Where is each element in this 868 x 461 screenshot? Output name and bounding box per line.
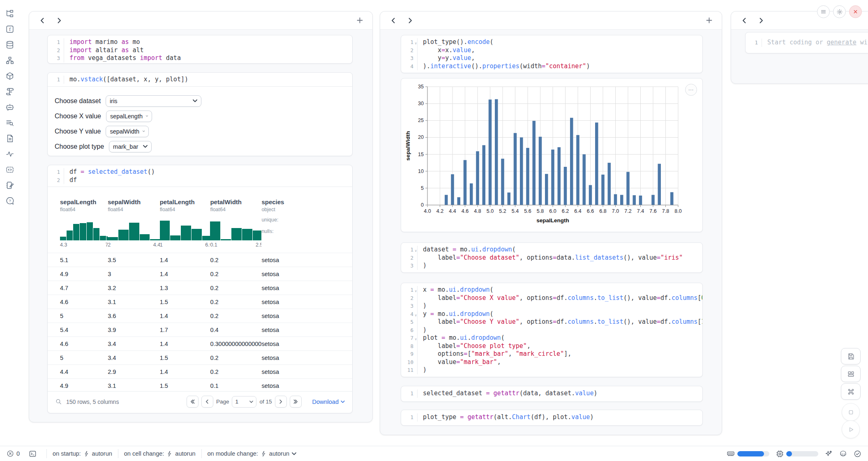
chart-menu-icon[interactable]: ⋯	[685, 84, 697, 96]
cell-new-empty[interactable]: 1Start coding or generate with AI.	[745, 32, 868, 53]
layout-button[interactable]	[841, 366, 861, 382]
scroll-icon[interactable]	[5, 87, 15, 97]
copilot-button[interactable]	[839, 450, 847, 458]
code-line[interactable]: 3)	[401, 302, 702, 310]
cell-plot-encode[interactable]: 1∨plot_type().encode(2 x=x.value,3 y=y.v…	[401, 35, 703, 73]
on-cell-change-toggle[interactable]: on cell change: autorun	[124, 450, 196, 457]
list-search-icon[interactable]	[5, 118, 15, 128]
code-line[interactable]: 11)	[401, 366, 702, 374]
code-line[interactable]: 1∨dataset = mo.ui.dropdown(	[401, 246, 702, 254]
code-editor[interactable]: 1∨plot_type().encode(2 x=x.value,3 y=y.v…	[401, 35, 702, 73]
code-editor[interactable]: 1import marimo as mo2import altair as al…	[48, 35, 352, 64]
code-line[interactable]: 3from vega_datasets import data	[48, 54, 352, 62]
code-editor[interactable]: 1plot_type = getattr(alt.Chart(df), plot…	[401, 410, 702, 425]
ai-assist-button[interactable]	[825, 450, 833, 458]
terminal-button[interactable]	[29, 450, 37, 458]
code-line[interactable]: 2 label="Choose dataset", options=data.l…	[401, 254, 702, 262]
on-startup-toggle[interactable]: on startup: autorun	[53, 450, 112, 457]
add-cell-icon[interactable]	[353, 14, 366, 27]
code-line[interactable]: 3)	[401, 262, 702, 270]
code-editor[interactable]: 1mo.vstack([dataset, x, y, plot])	[48, 73, 352, 86]
table-row[interactable]: 4.931.40.2setosa	[48, 267, 352, 281]
code-line[interactable]: 1df = selected_dataset()	[48, 168, 352, 176]
document-icon[interactable]	[5, 134, 15, 143]
cell-df[interactable]: 1df = selected_dataset()2df sepalLengthf…	[47, 165, 353, 413]
code-line[interactable]: 1mo.vstack([dataset, x, y, plot])	[48, 76, 352, 84]
prev-page-button[interactable]	[201, 396, 213, 408]
code-line[interactable]: 2df	[48, 176, 352, 184]
code-line[interactable]: 9 options=["mark_bar", "mark_circle"],	[401, 350, 702, 358]
code-line[interactable]: 1Start coding or generate with AI.	[746, 39, 868, 47]
table-column-header[interactable]: sepalWidthfloat6424.4	[108, 198, 159, 248]
cell-dataset-dropdown[interactable]: 1∨dataset = mo.ui.dropdown(2 label="Choo…	[401, 242, 703, 273]
last-page-button[interactable]	[290, 396, 302, 408]
run-button[interactable]	[842, 420, 860, 438]
code-line[interactable]: 8 label="Choose plot type",	[401, 342, 702, 350]
menu-button[interactable]	[817, 5, 830, 18]
column-left-icon[interactable]	[738, 14, 750, 27]
table-row[interactable]: 4.42.91.40.2setosa	[48, 364, 352, 378]
search-icon[interactable]	[55, 398, 62, 405]
table-row[interactable]: 4.93.11.50.1setosa	[48, 378, 352, 392]
column-left-icon[interactable]	[36, 14, 48, 27]
table-row[interactable]: 53.41.50.2setosa	[48, 350, 352, 364]
code-line[interactable]: 1import marimo as mo	[48, 38, 352, 46]
settings-gear-icon[interactable]	[833, 5, 846, 18]
table-column-header[interactable]: sepalLengthfloat644.37.9	[48, 198, 108, 248]
code-line[interactable]: 2 x=x.value,	[401, 46, 702, 55]
add-cell-icon[interactable]	[703, 14, 715, 27]
cell-selected-dataset[interactable]: 1selected_dataset = getattr(data, datase…	[401, 386, 703, 402]
code-line[interactable]: 10 value="mark_bar",	[401, 358, 702, 366]
keyboard-shortcuts-button[interactable]	[841, 383, 861, 400]
table-row[interactable]: 4.63.41.40.30000000000000004setosa	[48, 337, 352, 350]
code-line[interactable]: 4∨y = mo.ui.dropdown(	[401, 310, 702, 318]
column-right-icon[interactable]	[755, 14, 767, 27]
table-column-header[interactable]: speciesobjectunique:nulls:	[261, 198, 352, 248]
error-count[interactable]: 0	[7, 450, 20, 457]
next-page-button[interactable]	[275, 396, 287, 408]
cell-xy-plot-dropdowns[interactable]: 1∨x = mo.ui.dropdown(2 label="Choose X v…	[401, 283, 703, 377]
activity-icon[interactable]	[5, 149, 15, 159]
close-icon[interactable]	[849, 5, 862, 18]
code-line[interactable]: 1∨plot_type().encode(	[401, 38, 702, 46]
code-line[interactable]: 6)	[401, 326, 702, 334]
code-line[interactable]: 7∨plot = mo.ui.dropdown(	[401, 334, 702, 342]
dataset-select[interactable]: iris	[106, 95, 201, 107]
download-button[interactable]: Download	[312, 399, 345, 405]
file-tree-icon[interactable]	[5, 9, 15, 18]
cell-imports[interactable]: 1import marimo as mo2import altair as al…	[47, 35, 353, 64]
table-row[interactable]: 53.61.40.2setosa	[48, 309, 352, 323]
sitemap-icon[interactable]	[5, 55, 15, 65]
code-editor[interactable]: 1df = selected_dataset()2df	[48, 165, 352, 187]
code-snippet-icon[interactable]	[5, 165, 15, 175]
help-icon[interactable]: ?	[5, 196, 15, 206]
stop-button[interactable]	[842, 403, 860, 421]
column-left-icon[interactable]	[387, 14, 399, 27]
code-line[interactable]: 1∨x = mo.ui.dropdown(	[401, 286, 702, 294]
code-line[interactable]: 1selected_dataset = getattr(data, datase…	[401, 390, 702, 398]
table-row[interactable]: 4.63.11.50.2setosa	[48, 295, 352, 309]
x-select[interactable]: sepalLength	[106, 111, 152, 122]
function-icon[interactable]: f	[5, 24, 15, 34]
code-editor[interactable]: 1selected_dataset = getattr(data, datase…	[401, 386, 702, 401]
page-select[interactable]: 1	[232, 396, 256, 408]
altair-bar-chart[interactable]: 4.04.24.44.64.85.05.25.45.65.86.06.26.46…	[404, 83, 696, 227]
notebook-icon[interactable]	[5, 180, 15, 190]
table-row[interactable]: 5.43.91.70.4setosa	[48, 323, 352, 337]
table-column-header[interactable]: petalWidthfloat640.12.5	[210, 198, 261, 248]
chat-bot-icon[interactable]	[5, 102, 15, 112]
code-line[interactable]: 2 label="Choose X value", options=df.col…	[401, 294, 702, 302]
cell-plot-type[interactable]: 1plot_type = getattr(alt.Chart(df), plot…	[401, 410, 703, 426]
code-editor[interactable]: 1Start coding or generate with AI.	[746, 32, 868, 53]
code-line[interactable]: 5 label="Choose Y value", options=df.col…	[401, 318, 702, 326]
on-module-change-toggle[interactable]: on module change: autorun	[208, 450, 297, 457]
save-button[interactable]	[841, 348, 861, 364]
code-editor[interactable]: 1∨x = mo.ui.dropdown(2 label="Choose X v…	[401, 283, 702, 377]
database-icon[interactable]	[5, 40, 15, 50]
cell-vstack[interactable]: 1mo.vstack([dataset, x, y, plot]) Choose…	[47, 72, 353, 156]
table-row[interactable]: 5.13.51.40.2setosa	[48, 253, 352, 267]
column-right-icon[interactable]	[404, 14, 416, 27]
table-row[interactable]: 4.73.21.30.2setosa	[48, 281, 352, 295]
connection-status-button[interactable]	[854, 450, 861, 458]
package-icon[interactable]	[5, 71, 15, 81]
